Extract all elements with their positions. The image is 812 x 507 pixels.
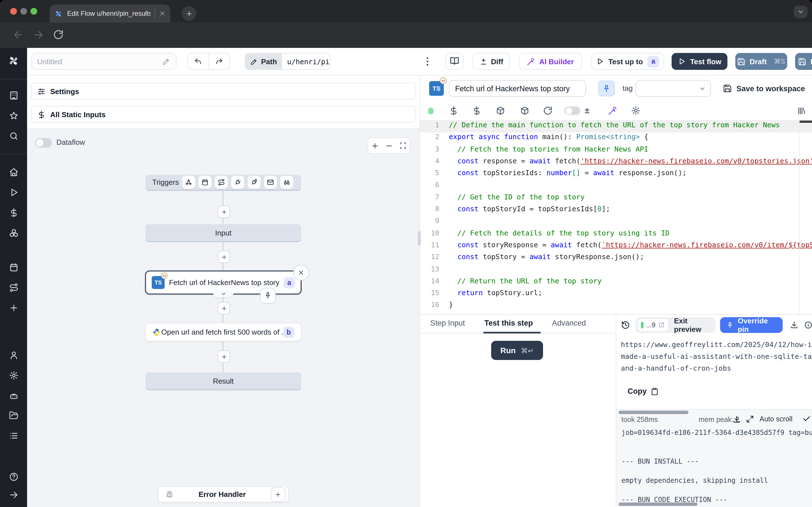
sidebar-item-folder-open-icon[interactable] bbox=[6, 408, 21, 422]
trigger-calendar-icon[interactable] bbox=[199, 176, 211, 189]
new-tab-button[interactable] bbox=[182, 6, 196, 21]
window-zoom-button[interactable] bbox=[31, 8, 37, 15]
code-line-13[interactable]: 13 bbox=[420, 265, 812, 277]
sidebar-item-play-icon[interactable] bbox=[6, 185, 21, 200]
sidebar-item-search-icon[interactable] bbox=[6, 128, 21, 143]
history-icon[interactable] bbox=[621, 320, 630, 330]
windmill-logo[interactable] bbox=[7, 55, 20, 67]
path-button[interactable]: Path u/henri/pin bbox=[245, 53, 331, 70]
sidebar-item-boxes-icon[interactable] bbox=[6, 225, 21, 240]
remove-step-button[interactable] bbox=[293, 265, 309, 281]
sidebar-item-bot-icon[interactable] bbox=[6, 388, 21, 403]
all-static-inputs-row[interactable]: All Static Inputs bbox=[31, 106, 416, 123]
trigger-route-icon[interactable] bbox=[215, 176, 228, 189]
trigger-plug-zap-icon[interactable] bbox=[248, 176, 260, 189]
browser-tab[interactable]: Edit Flow u/henri/pin_results bbox=[50, 4, 170, 22]
add-step-button[interactable] bbox=[218, 206, 230, 218]
dataflow-toggle[interactable] bbox=[35, 138, 52, 148]
add-error-handler-button[interactable] bbox=[271, 487, 285, 502]
expand-logs-icon[interactable] bbox=[746, 415, 754, 423]
sidebar-item-arrow-right-icon[interactable] bbox=[6, 487, 21, 502]
flow-settings-row[interactable]: Settings bbox=[31, 83, 416, 100]
job-id-pill[interactable]: ...9 bbox=[637, 318, 669, 332]
trigger-plug-icon[interactable] bbox=[231, 176, 244, 189]
sidebar-item-dollar-icon[interactable] bbox=[6, 205, 21, 220]
package-icon[interactable] bbox=[520, 106, 529, 115]
sidebar-item-home-icon[interactable] bbox=[6, 165, 21, 179]
window-minimize-button[interactable] bbox=[20, 8, 27, 15]
library-icon[interactable] bbox=[797, 106, 806, 115]
docs-button[interactable] bbox=[446, 53, 463, 70]
fit-view-icon[interactable] bbox=[399, 142, 406, 149]
code-line-8[interactable]: 8 const topStoryId = topStoriesIds[0]; bbox=[420, 205, 812, 217]
package-icon[interactable] bbox=[496, 106, 505, 115]
deploy-button[interactable]: Deploy bbox=[795, 53, 812, 70]
forward-icon[interactable] bbox=[33, 29, 44, 41]
zoom-out-icon[interactable] bbox=[385, 142, 393, 150]
code-line-4[interactable]: 4 const response = await fetch('https://… bbox=[420, 157, 812, 169]
code-line-14[interactable]: 14 // Return the URL of the top story bbox=[420, 277, 812, 289]
code-line-3[interactable]: 3 // Fetch the top stories from Hacker N… bbox=[420, 145, 812, 157]
sidebar-item-route-icon[interactable] bbox=[6, 280, 21, 295]
add-step-button[interactable] bbox=[218, 251, 230, 263]
code-line-11[interactable]: 11 const storyResponse = await fetch(`ht… bbox=[420, 240, 812, 252]
sidebar-item-star-icon[interactable] bbox=[6, 108, 21, 123]
reload-icon[interactable] bbox=[543, 106, 553, 115]
editor-settings-gear-icon[interactable] bbox=[631, 106, 641, 115]
trigger-mail-icon[interactable] bbox=[264, 176, 277, 189]
diff-button[interactable]: Diff bbox=[472, 53, 510, 70]
result-node[interactable]: Result bbox=[146, 372, 301, 389]
sidebar-item-help-icon[interactable] bbox=[6, 469, 21, 484]
back-icon[interactable] bbox=[12, 29, 24, 41]
download-logs-icon[interactable] bbox=[732, 415, 741, 424]
more-options-kebab-icon[interactable] bbox=[422, 56, 433, 67]
code-line-16[interactable]: 16} bbox=[420, 300, 812, 313]
code-line-12[interactable]: 12 const topStory = await storyResponse.… bbox=[420, 252, 812, 265]
redo-button[interactable] bbox=[209, 54, 230, 69]
trigger-webhook-icon[interactable] bbox=[182, 176, 195, 189]
editor-scrollbar[interactable] bbox=[800, 121, 812, 123]
sidebar-item-user-icon[interactable] bbox=[6, 348, 21, 362]
sidebar-item-list-icon[interactable] bbox=[6, 428, 21, 443]
logs-scrollbar-bottom[interactable] bbox=[619, 503, 698, 506]
undo-button[interactable] bbox=[188, 54, 209, 69]
static-inputs-icon[interactable] bbox=[449, 106, 458, 115]
code-line-2[interactable]: 2export async function main(): Promise<s… bbox=[420, 133, 812, 145]
override-pin-button[interactable]: Override pin bbox=[720, 317, 783, 333]
variables-icon[interactable] bbox=[472, 106, 481, 115]
sidebar-item-plus-icon[interactable] bbox=[6, 300, 21, 315]
editor-toggle[interactable] bbox=[564, 107, 580, 115]
code-line-6[interactable]: 6 bbox=[420, 180, 812, 193]
external-link-icon[interactable] bbox=[658, 322, 665, 328]
ai-builder-button[interactable]: AI Builder bbox=[519, 53, 582, 70]
exit-preview-button[interactable]: Exit preview bbox=[674, 317, 711, 334]
tab-search-chevron[interactable] bbox=[794, 6, 808, 18]
save-to-workspace-button[interactable]: Save to workspace bbox=[723, 80, 805, 96]
test-flow-button[interactable]: Test flow bbox=[672, 53, 727, 70]
code-line-9[interactable]: 9 bbox=[420, 217, 812, 229]
ai-wand-icon[interactable] bbox=[608, 106, 617, 115]
sidebar-item-calendar-icon[interactable] bbox=[6, 260, 21, 274]
add-step-button[interactable] bbox=[218, 350, 230, 363]
window-close-button[interactable] bbox=[10, 8, 17, 15]
step-title-input[interactable]: Fetch url of HackerNews top story bbox=[449, 80, 586, 97]
sidebar-item-building-icon[interactable] bbox=[6, 88, 21, 103]
trigger-watch-icon[interactable] bbox=[280, 176, 293, 189]
pin-step-button[interactable] bbox=[260, 288, 276, 304]
flow-canvas[interactable]: Dataflow Triggers Input bbox=[27, 128, 419, 507]
add-step-button[interactable] bbox=[218, 302, 230, 314]
tab-step-input[interactable]: Step Input bbox=[430, 319, 465, 327]
code-line-1[interactable]: 1// Define the main function to fetch th… bbox=[420, 121, 812, 133]
tab-advanced[interactable]: Advanced bbox=[552, 319, 586, 327]
zoom-in-icon[interactable] bbox=[371, 142, 379, 150]
expand-step-chevron[interactable] bbox=[213, 290, 234, 297]
run-button[interactable]: Run⌘↵ bbox=[491, 341, 543, 360]
pin-active-button[interactable] bbox=[598, 80, 615, 96]
test-up-to-button[interactable]: Test up to a bbox=[591, 53, 664, 70]
code-line-10[interactable]: 10 // Fetch the details of the top story… bbox=[420, 228, 812, 240]
code-line-5[interactable]: 5 const topStoriesIds: number[] = await … bbox=[420, 168, 812, 180]
diff-icon[interactable]: ± bbox=[585, 105, 589, 115]
tab-close-icon[interactable] bbox=[159, 10, 166, 17]
flow-name-input[interactable]: Untitled bbox=[31, 53, 176, 70]
code-line-7[interactable]: 7 // Get the ID of the top story bbox=[420, 193, 812, 205]
